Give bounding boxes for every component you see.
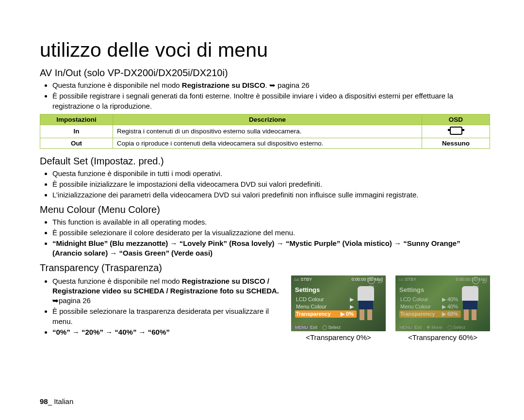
page-title: utilizzo delle voci di menu [40,39,490,62]
th-osd: OSD [422,114,490,125]
trans-bullet-2: È possibile selezionare la trasparenza d… [52,307,281,326]
table-row: In Registra i contenuti di un dispositiv… [40,125,490,138]
osd-title: Settings [295,286,320,293]
th-impostazioni: Impostazioni [40,114,113,125]
soccer-player-image [462,286,478,320]
menu-bullet-1: This function is available in all operat… [52,217,490,227]
cell-in-desc: Registra i contenuti di un dispositivo e… [113,125,422,138]
def-bullet-3: L’inizializzazione dei parametri della v… [52,190,490,200]
thumbnail-transparency-60: ⌂⌂ STBY 0:00:00 [30 Min] -RW △ Settings … [395,275,490,341]
thumb-label-60: <Transparency 60%> [395,333,490,341]
camcorder-icon: ⌂⌂ STBY [294,277,312,282]
trans-bullet-3: “0%” → “20%” → “40%” → “60%” [52,327,281,337]
osd-row-selected: Transparency▶ 0% [295,310,357,318]
menu-chip: MENU Exit [294,325,317,330]
osd-row-selected: Transparency▶ 60% [399,310,461,318]
cell-in-osd [422,125,490,138]
def-bullet-2: È possibile inizializzare le impostazion… [52,179,490,189]
thumbnail-transparency-0: ⌂⌂ STBY 0:00:00 [30 Min] -RW △ Settings … [291,275,386,341]
menu-bullet-3: “Midnight Blue” (Blu mezzanotte) → “Love… [52,239,490,258]
menu-bullet-2: È possibile selezionare il colore deside… [52,228,490,238]
page-number: 98 [40,397,48,405]
av-table: Impostazioni Descrizione OSD In Registra… [40,114,490,149]
thumb-label-0: <Transparency 0%> [291,333,386,341]
menu-chip: MENU Exit [398,325,422,330]
select-label: ◯ Select [447,325,466,330]
cell-out-desc: Copia o riproduce i contenuti della vide… [113,138,422,148]
cell-in: In [40,125,113,138]
section-transparency-heading: Transparency (Trasparenza) [40,262,490,274]
av-bullet-1: Questa funzione è disponibile nel modo R… [52,81,490,90]
warning-icon: △ [378,278,382,283]
osd-title: Settings [399,286,424,293]
def-bullet-1: Questa funzione è disponibile in tutti i… [52,169,490,178]
section-avinout-heading: AV In/Out (solo VP-DX200i/DX205i/DX210i) [40,67,490,79]
osd-menu: LCD Colour▶ 40% Menu Colour▶ 40% Transpa… [399,296,461,318]
page-footer: 98_ Italian [40,397,73,405]
av-bullet-2: È possibile registrare i segnali generat… [52,91,490,111]
disc-icon: -RW [472,277,479,284]
soccer-player-image [358,286,374,320]
section-menucolour-heading: Menu Colour (Menu Colore) [40,204,490,215]
cell-out: Out [40,138,113,148]
section-default-heading: Default Set (Impostaz. pred.) [40,156,490,167]
av-io-icon [450,127,462,135]
osd-menu: LCD Colour▶ Menu Colour▶ Transparency▶ 0… [295,296,357,318]
trans-bullet-1: Questa funzione è disponibile nel modo R… [52,276,281,306]
page-lang: Italian [54,397,73,405]
camcorder-icon: ⌂⌂ STBY [398,277,416,282]
select-label: ◯ Select [322,325,341,330]
table-row: Impostazioni Descrizione OSD [40,114,490,125]
move-label: ✥ Move [426,325,442,330]
table-row: Out Copia o riproduce i contenuti della … [40,138,490,148]
cell-out-osd: Nessuno [422,138,490,148]
warning-icon: △ [482,278,486,283]
th-descrizione: Descrizione [113,114,422,125]
disc-icon: -RW [368,277,375,284]
